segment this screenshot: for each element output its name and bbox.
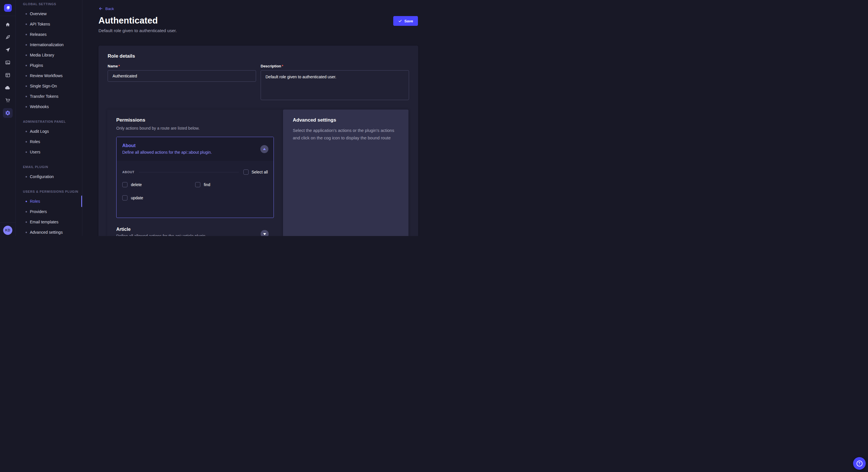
- sidebar-item-label: Roles: [30, 199, 40, 204]
- marketplace-icon[interactable]: [0, 94, 16, 107]
- description-field-group: Description*: [260, 64, 409, 101]
- save-button[interactable]: Save: [393, 16, 418, 26]
- page-title: Authenticated: [98, 15, 434, 26]
- accordion-about-header[interactable]: About Define all allowed actions for the…: [117, 137, 274, 161]
- name-input[interactable]: [107, 70, 256, 82]
- sidebar-item-label: Media Library: [30, 53, 54, 57]
- sidebar-item-admin-roles[interactable]: Roles: [16, 136, 82, 147]
- role-details-title: Role details: [107, 53, 409, 59]
- accordion-about-body: ABOUT Select all delete: [117, 161, 274, 200]
- bullet-icon: [26, 106, 27, 107]
- sidebar-item-internationalization[interactable]: Internationalization: [16, 40, 82, 50]
- name-label: Name*: [107, 64, 256, 69]
- sidebar-item-label: Transfer Tokens: [30, 94, 59, 99]
- rail-bottom-divider: [0, 223, 16, 223]
- bullet-icon: [26, 44, 27, 45]
- page-subtitle: Default role given to authenticated user…: [98, 28, 434, 34]
- avatar[interactable]: KD: [3, 226, 12, 235]
- bullet-icon: [26, 176, 27, 177]
- content-icon[interactable]: [0, 31, 16, 43]
- bullet-icon: [26, 75, 27, 76]
- collapse-toggle-button[interactable]: [260, 145, 268, 153]
- delete-checkbox[interactable]: [122, 182, 127, 187]
- icon-rail: KD: [0, 0, 16, 236]
- accordion-article-title: Article: [116, 227, 274, 232]
- permissions-title: Permissions: [116, 117, 274, 123]
- sidebar-item-media-library[interactable]: Media Library: [16, 50, 82, 60]
- sidebar-item-label: Single Sign-On: [30, 84, 57, 88]
- arrow-left-icon: [98, 6, 103, 11]
- rail-divider: [0, 16, 16, 16]
- group-label: ABOUT: [122, 170, 134, 174]
- required-asterisk: *: [118, 64, 120, 68]
- sidebar-item-label: Audit Logs: [30, 129, 49, 134]
- permission-delete: delete: [122, 182, 195, 187]
- strapi-logo[interactable]: [4, 4, 12, 12]
- save-label: Save: [404, 19, 413, 23]
- update-checkbox[interactable]: [122, 195, 127, 200]
- find-checkbox[interactable]: [195, 182, 200, 187]
- content-type-builder-icon[interactable]: [0, 69, 16, 81]
- role-card: Role details Name* Description* Permissi…: [98, 45, 418, 236]
- permission-find: find: [195, 182, 268, 187]
- permission-label: update: [131, 196, 143, 200]
- sidebar-item-transfer-tokens[interactable]: Transfer Tokens: [16, 91, 82, 102]
- sidebar-item-audit-logs[interactable]: Audit Logs: [16, 126, 82, 136]
- select-all-checkbox[interactable]: [243, 169, 249, 175]
- sidebar-item-label: Email templates: [30, 220, 59, 224]
- sidebar-item-admin-users[interactable]: Users: [16, 147, 82, 157]
- sidebar-item-review-workflows[interactable]: Review Workflows: [16, 71, 82, 81]
- permission-update: update: [122, 195, 195, 200]
- sidebar-item-providers[interactable]: Providers: [16, 206, 82, 217]
- main-content: Back Authenticated Default role given to…: [82, 0, 434, 236]
- back-label: Back: [105, 7, 114, 11]
- sidebar-item-advanced-settings[interactable]: Advanced settings: [16, 227, 82, 236]
- bullet-icon: [26, 211, 27, 212]
- bullet-icon: [26, 96, 27, 97]
- sidebar-item-label: Overview: [30, 11, 46, 16]
- settings-subnav: GLOBAL SETTINGS Overview API Tokens Rele…: [16, 0, 82, 236]
- sidebar-item-plugins[interactable]: Plugins: [16, 60, 82, 71]
- description-label: Description*: [260, 64, 409, 69]
- sidebar-item-label: Internationalization: [30, 42, 64, 47]
- expand-toggle-button[interactable]: [260, 230, 269, 236]
- bullet-icon: [26, 232, 27, 233]
- sidebar-item-label: Users: [30, 150, 40, 154]
- sidebar-item-up-roles[interactable]: Roles: [16, 196, 82, 206]
- strapi-logo-icon: [5, 5, 11, 11]
- permission-label: delete: [131, 182, 142, 187]
- sidebar-item-email-templates[interactable]: Email templates: [16, 217, 82, 227]
- back-link[interactable]: Back: [98, 6, 114, 11]
- accordion-about: About Define all allowed actions for the…: [116, 137, 274, 218]
- media-library-icon[interactable]: [0, 56, 16, 69]
- settings-icon[interactable]: [0, 107, 16, 119]
- active-indicator: [81, 196, 82, 207]
- bullet-icon: [26, 141, 27, 142]
- accordion-article-subtitle: Define all allowed actions for the api::…: [116, 233, 274, 236]
- sidebar-item-releases[interactable]: Releases: [16, 29, 82, 40]
- subnav-section-global-settings: GLOBAL SETTINGS: [16, 2, 82, 6]
- sidebar-item-label: API Tokens: [30, 22, 50, 26]
- home-icon[interactable]: [0, 19, 16, 31]
- sidebar-item-single-sign-on[interactable]: Single Sign-On: [16, 81, 82, 91]
- subnav-section-users-permissions-plugin: USERS & PERMISSIONS PLUGIN: [16, 189, 82, 194]
- sidebar-item-label: Webhooks: [30, 104, 49, 109]
- bullet-icon: [26, 24, 27, 25]
- sidebar-item-webhooks[interactable]: Webhooks: [16, 102, 82, 112]
- sidebar-item-api-tokens[interactable]: API Tokens: [16, 19, 82, 29]
- description-textarea[interactable]: [260, 70, 409, 100]
- bullet-icon: [26, 65, 27, 66]
- select-all-control: Select all: [243, 169, 268, 175]
- select-all-label: Select all: [251, 170, 268, 174]
- divider-line: [139, 172, 239, 172]
- chevron-down-icon: [263, 233, 266, 235]
- cloud-icon[interactable]: [0, 81, 16, 94]
- sidebar-item-overview[interactable]: Overview: [16, 9, 82, 19]
- required-asterisk: *: [282, 64, 283, 68]
- bullet-icon: [26, 86, 27, 87]
- settings-active-tile: [3, 108, 12, 118]
- sidebar-item-label: Roles: [30, 139, 40, 144]
- accordion-article-header[interactable]: Article Define all allowed actions for t…: [116, 224, 274, 236]
- sidebar-item-configuration[interactable]: Configuration: [16, 171, 82, 182]
- release-icon[interactable]: [0, 43, 16, 56]
